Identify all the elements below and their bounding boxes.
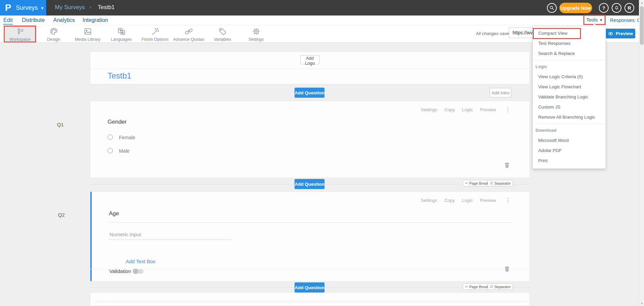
section-nav: Edit Distribute Analytics Integration To…	[0, 16, 644, 25]
app-name: Surveys	[16, 4, 38, 11]
option-label-female: Female	[119, 135, 135, 140]
workspace-icon	[16, 27, 25, 36]
product-switcher[interactable]: P Surveys ▼	[0, 0, 46, 16]
validation-label: Validation	[109, 268, 131, 274]
avatar[interactable]: R	[624, 3, 634, 13]
bell-icon	[614, 5, 619, 10]
toolbar-item-media-library[interactable]: Media Library	[71, 25, 104, 43]
page-break-button[interactable]: ✂ Page Break	[463, 283, 491, 290]
question-number-q1: Q1	[57, 122, 64, 127]
radio-option-female[interactable]	[108, 134, 113, 140]
toolbar-item-advance-quotas[interactable]: Advance Quotas	[173, 25, 205, 43]
menu-item-microsoft-word[interactable]: Microsoft Word	[533, 135, 606, 146]
add-logo-button[interactable]: Add Logo	[300, 55, 319, 64]
toolbar-item-workspace[interactable]: Workspace	[4, 25, 36, 43]
menu-item-adobe-pdf[interactable]: Adobe PDF	[533, 146, 606, 156]
question-preview-link[interactable]: Preview	[480, 107, 496, 112]
tools-dropdown-trigger[interactable]: Tools	[586, 17, 598, 23]
question-number-q2: Q2	[58, 212, 65, 218]
question-preview-link[interactable]: Preview	[480, 198, 496, 203]
toolbar-item-variables[interactable]: Variables	[206, 25, 239, 43]
toolbar-item-design[interactable]: Design	[37, 25, 70, 43]
upgrade-now-button[interactable]: Upgrade Now	[559, 3, 592, 13]
divider	[533, 60, 606, 60]
toolbar-item-finish-options[interactable]: Finish Options	[139, 25, 171, 43]
notifications-button[interactable]	[612, 3, 621, 13]
help-button[interactable]: ?	[599, 3, 609, 13]
separator-button[interactable]: ☑ Separator	[488, 180, 513, 186]
separator-button[interactable]: ☑ Separator	[488, 283, 513, 290]
numeric-input-placeholder[interactable]: Numeric Input	[110, 232, 141, 237]
active-tab-underline	[3, 24, 13, 25]
question-card-q1: Settings Copy Logic Preview ⋮ Gender Fem…	[90, 101, 530, 178]
question-mark-icon: ?	[602, 5, 605, 11]
toolbar-item-settings[interactable]: Settings	[240, 25, 272, 43]
validation-toggle[interactable]	[133, 269, 144, 274]
selected-question-edge	[90, 192, 92, 281]
scroll-up-arrow[interactable]: ▲	[639, 0, 644, 5]
menu-item-test-responses[interactable]: Test Responses	[533, 38, 606, 49]
gear-icon	[252, 27, 261, 36]
breadcrumb-current: Testb1	[98, 4, 115, 11]
avatar-initial: R	[627, 5, 631, 11]
divider	[90, 68, 529, 69]
menu-section-logic: Logic	[533, 62, 606, 72]
toolbar-item-languages[interactable]: Languages	[105, 25, 137, 43]
menu-item-print[interactable]: Print	[533, 156, 606, 166]
tab-distribute[interactable]: Distribute	[22, 17, 45, 23]
menu-item-custom-js[interactable]: Custom JS	[533, 102, 606, 112]
scissors-icon: ✂	[465, 181, 468, 185]
menu-item-view-logic-criteria[interactable]: View Logic Criteria (0)	[533, 72, 606, 82]
search-icon	[549, 5, 554, 10]
question-copy-link[interactable]: Copy	[444, 107, 455, 112]
checkbox-icon: ☑	[490, 181, 493, 185]
wand-icon	[151, 27, 160, 36]
question-copy-link[interactable]: Copy	[444, 198, 455, 203]
question-settings-link[interactable]: Settings	[421, 107, 437, 112]
survey-title[interactable]: Testb1	[108, 71, 131, 81]
add-question-row-3: Add Question ✂ Page Break ☑ Separator	[90, 282, 530, 293]
question-title-q1[interactable]: Gender	[108, 119, 127, 125]
scrollbar-thumb[interactable]	[640, 6, 644, 45]
menu-item-remove-all-branching-logic[interactable]: Remove All Branching Logic	[533, 112, 606, 122]
question-logic-link[interactable]: Logic	[462, 198, 473, 203]
add-question-button[interactable]: Add Question	[295, 88, 325, 98]
trash-icon	[504, 266, 510, 272]
proprofs-logo-icon: P	[5, 3, 11, 13]
image-icon	[83, 27, 92, 36]
next-page-panel	[90, 293, 530, 306]
menu-item-search-replace[interactable]: Search & Replace	[533, 49, 606, 59]
page-break-dashed-line	[95, 302, 526, 302]
add-question-button[interactable]: Add Question	[295, 179, 325, 189]
kebab-menu-icon[interactable]: ⋮	[505, 108, 511, 112]
kebab-menu-icon[interactable]: ⋮	[505, 198, 511, 203]
breadcrumb-my-surveys[interactable]: My Surveys	[55, 4, 85, 11]
menu-item-validate-branching-logic[interactable]: Validate Branching Logic	[533, 92, 606, 102]
eye-icon	[608, 32, 613, 36]
responses-count[interactable]: Responses: 0	[610, 18, 640, 23]
question-title-q2[interactable]: Age	[109, 210, 119, 217]
question-actions-q2: Settings Copy Logic Preview ⋮	[421, 198, 511, 203]
question-logic-link[interactable]: Logic	[462, 107, 473, 112]
preview-button[interactable]: Preview	[606, 29, 635, 38]
tab-integration[interactable]: Integration	[83, 17, 108, 23]
scroll-down-arrow[interactable]: ▼	[639, 301, 644, 306]
radio-option-male[interactable]	[108, 148, 113, 153]
search-button[interactable]	[547, 3, 557, 13]
add-text-box-link[interactable]: Add Text Box	[126, 258, 155, 264]
add-intro-button[interactable]: Add Intro	[490, 88, 511, 97]
tab-analytics[interactable]: Analytics	[53, 17, 75, 23]
menu-item-view-logic-flowchart[interactable]: View Logic Flowchart	[533, 82, 606, 92]
delete-question-button[interactable]	[504, 162, 510, 168]
breadcrumb-separator: ›	[90, 4, 91, 10]
toggle-knob	[133, 269, 138, 274]
menu-item-compact-view[interactable]: Compact View	[533, 28, 606, 38]
add-question-button[interactable]: Add Question	[295, 282, 325, 293]
tab-edit[interactable]: Edit	[3, 17, 13, 23]
question-settings-link[interactable]: Settings	[421, 198, 437, 203]
top-bar: P Surveys ▼ My Surveys › Testb1 Upgrade …	[0, 0, 644, 16]
delete-question-button[interactable]	[504, 266, 510, 272]
chevron-down-icon: ▼	[599, 18, 603, 22]
page-break-button[interactable]: ✂ Page Break	[463, 180, 491, 186]
checkbox-icon: ☑	[490, 285, 493, 288]
